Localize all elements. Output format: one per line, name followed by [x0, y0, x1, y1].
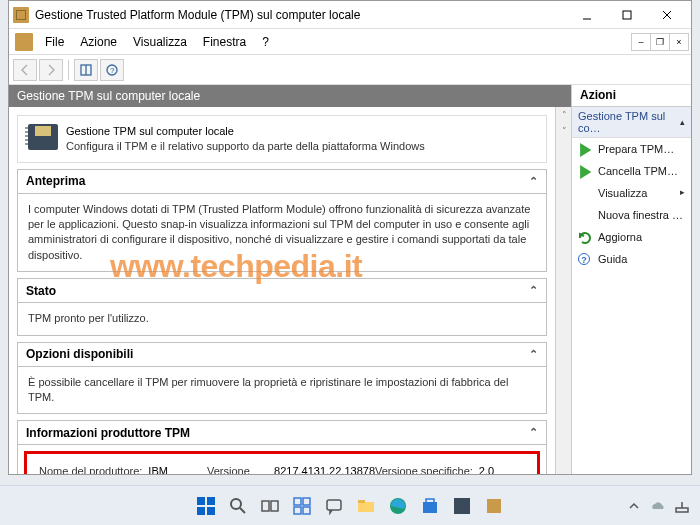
scroll-up-icon[interactable]: ˄	[556, 107, 572, 123]
window-title: Gestione Trusted Platform Module (TPM) s…	[35, 8, 567, 22]
search-icon[interactable]	[225, 493, 251, 519]
section-anteprima-header[interactable]: Anteprima ⌃	[18, 170, 546, 194]
section-stato-header[interactable]: Stato ⌃	[18, 279, 546, 303]
menu-visualizza[interactable]: Visualizza	[125, 35, 195, 49]
window-controls	[567, 1, 687, 29]
taskview-icon[interactable]	[257, 493, 283, 519]
action-new-window[interactable]: Nuova finestra …	[572, 204, 691, 226]
main-panel: Gestione TPM sul computer locale Gestion…	[9, 85, 571, 474]
svg-point-12	[231, 499, 241, 509]
section-anteprima-body: I computer Windows dotati di TPM (Truste…	[18, 194, 546, 272]
edge-icon[interactable]	[385, 493, 411, 519]
manufver-label: Versione produttore:	[207, 464, 268, 474]
toolbar-separator	[68, 60, 69, 80]
svg-rect-28	[676, 508, 688, 512]
actions-group-header[interactable]: Gestione TPM sul co… ▴	[572, 107, 691, 138]
svg-rect-15	[271, 501, 278, 511]
svg-rect-14	[262, 501, 269, 511]
action-help[interactable]: ? Guida	[572, 248, 691, 270]
tray-chevron-icon[interactable]	[626, 498, 642, 514]
start-button[interactable]	[193, 493, 219, 519]
spec-label: Versione specifiche:	[375, 464, 473, 474]
collapse-icon: ⌃	[529, 426, 538, 439]
vertical-scrollbar[interactable]: ˄ ˅	[555, 107, 571, 474]
system-tray[interactable]	[626, 498, 690, 514]
help-button[interactable]: ?	[100, 59, 124, 81]
action-clear-tpm[interactable]: Cancella TPM…	[572, 160, 691, 182]
actions-group-label: Gestione TPM sul co…	[578, 110, 680, 134]
menu-file[interactable]: File	[37, 35, 72, 49]
svg-rect-18	[294, 507, 301, 514]
help-icon: ?	[578, 253, 590, 265]
svg-rect-20	[327, 500, 341, 510]
content-area: Gestione TPM sul computer locale Configu…	[9, 107, 555, 474]
toolbar: ?	[9, 55, 691, 85]
action-view[interactable]: Visualizza ▸	[572, 182, 691, 204]
svg-line-13	[240, 508, 245, 513]
play-icon	[578, 143, 592, 157]
pinned-app-icon[interactable]	[449, 493, 475, 519]
svg-text:?: ?	[110, 66, 115, 75]
section-produttore-header[interactable]: Informazioni produttore TPM ⌃	[18, 421, 546, 445]
nav-back-button[interactable]	[13, 59, 37, 81]
mdi-minimize[interactable]: –	[631, 33, 651, 51]
svg-rect-22	[358, 500, 365, 503]
menu-help[interactable]: ?	[254, 35, 277, 49]
intro-box: Gestione TPM sul computer locale Configu…	[17, 115, 547, 163]
highlight-box: Nome del produttore: IBM Versione produt…	[24, 451, 540, 474]
section-opzioni: Opzioni disponibili ⌃ È possibile cancel…	[17, 342, 547, 415]
chat-icon[interactable]	[321, 493, 347, 519]
actions-pane: Azioni Gestione TPM sul co… ▴ Prepara TP…	[571, 85, 691, 474]
mdi-restore[interactable]: ❐	[650, 33, 670, 51]
section-anteprima-title: Anteprima	[26, 174, 85, 188]
network-icon[interactable]	[674, 498, 690, 514]
collapse-icon: ⌃	[529, 284, 538, 297]
play-icon	[578, 165, 592, 179]
svg-rect-17	[303, 498, 310, 505]
body: Gestione TPM sul computer locale Gestion…	[9, 85, 691, 474]
action-prepare-tpm[interactable]: Prepara TPM…	[572, 138, 691, 160]
widgets-icon[interactable]	[289, 493, 315, 519]
section-produttore-title: Informazioni produttore TPM	[26, 426, 190, 440]
titlebar: Gestione Trusted Platform Module (TPM) s…	[9, 1, 691, 29]
minimize-button[interactable]	[567, 1, 607, 29]
tpm-chip-icon	[28, 124, 58, 150]
onedrive-icon[interactable]	[650, 498, 666, 514]
mmc-icon[interactable]	[481, 493, 507, 519]
svg-rect-10	[197, 507, 205, 515]
collapse-icon: ⌃	[529, 348, 538, 361]
section-opzioni-header[interactable]: Opzioni disponibili ⌃	[18, 343, 546, 367]
svg-rect-21	[358, 502, 374, 512]
close-button[interactable]	[647, 1, 687, 29]
maximize-button[interactable]	[607, 1, 647, 29]
svg-rect-1	[623, 11, 631, 19]
section-opzioni-title: Opzioni disponibili	[26, 347, 133, 361]
actions-header: Azioni	[572, 85, 691, 107]
spec-value: 2.0	[479, 464, 494, 474]
section-stato: Stato ⌃ TPM pronto per l'utilizzo.	[17, 278, 547, 335]
refresh-icon	[578, 231, 592, 245]
svg-rect-16	[294, 498, 301, 505]
section-anteprima: Anteprima ⌃ I computer Windows dotati di…	[17, 169, 547, 273]
store-icon[interactable]	[417, 493, 443, 519]
app-icon-small	[15, 33, 33, 51]
manufver-value: 8217.4131.22.13878	[274, 464, 375, 474]
menu-azione[interactable]: Azione	[72, 35, 125, 49]
collapse-icon: ⌃	[529, 175, 538, 188]
svg-rect-27	[487, 499, 501, 513]
action-refresh[interactable]: Aggiorna	[572, 226, 691, 248]
section-stato-title: Stato	[26, 284, 56, 298]
section-opzioni-body: È possibile cancellare il TPM per rimuov…	[18, 367, 546, 414]
svg-rect-8	[197, 497, 205, 505]
nav-fwd-button[interactable]	[39, 59, 63, 81]
mdi-close[interactable]: ×	[669, 33, 689, 51]
svg-rect-11	[207, 507, 215, 515]
view-panes-button[interactable]	[74, 59, 98, 81]
scroll-down-icon[interactable]: ˅	[556, 123, 572, 139]
menu-finestra[interactable]: Finestra	[195, 35, 254, 49]
explorer-icon[interactable]	[353, 493, 379, 519]
collapse-arrow-icon: ▴	[680, 117, 685, 127]
panel-header: Gestione TPM sul computer locale	[9, 85, 571, 107]
svg-rect-9	[207, 497, 215, 505]
mmc-window: Gestione Trusted Platform Module (TPM) s…	[8, 0, 692, 475]
